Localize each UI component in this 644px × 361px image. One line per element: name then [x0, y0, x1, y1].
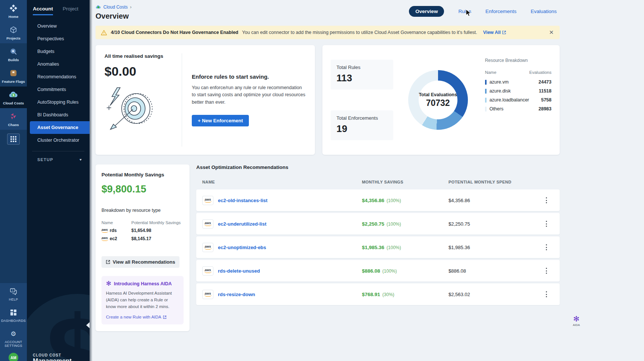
tab-evaluations[interactable]: Evaluations — [531, 9, 557, 14]
sidenav-item-autostopping-rules[interactable]: AutoStopping Rules — [27, 96, 90, 109]
aws-icon: aws — [202, 266, 213, 276]
rail-bottom: ? HELP DASHBOARDS ⚙ ACCOUNT SETTINGS AM — [0, 283, 27, 361]
resource-name: rds — [110, 228, 117, 233]
rail-item-projects[interactable]: Projects — [0, 22, 27, 43]
dashboards-label: DASHBOARDS — [1, 319, 26, 323]
new-enforcement-button[interactable]: + New Enforcement — [192, 115, 249, 126]
tab-account[interactable]: Account — [33, 6, 53, 15]
breakdown-header-row: Name Evaluations — [485, 68, 551, 78]
donut-center-label: Total Evaluations — [419, 92, 457, 97]
aida-title: Introducing Harness AIDA — [114, 281, 172, 286]
row-menu-button[interactable] — [542, 218, 551, 229]
panel-collapse-handle[interactable] — [86, 322, 90, 328]
total-enforcements-tile: Total Enforcements 19 — [331, 110, 393, 140]
tab-enforcements[interactable]: Enforcements — [485, 9, 516, 14]
rail-item-chaos[interactable]: Chaos — [0, 108, 27, 130]
legend-chip — [485, 80, 487, 85]
resource-savings: $8,145.17 — [131, 236, 184, 241]
rule-link[interactable]: rds-delete-unused — [218, 268, 260, 274]
aida-assistant-button[interactable]: ✻ AIDA — [573, 315, 580, 327]
legend-label: azure.loadbalancer — [490, 97, 529, 103]
aida-create-rule-link[interactable]: Create a new Rule with AIDA — [106, 315, 179, 319]
legend-value: 5758 — [529, 97, 551, 103]
row-menu-button[interactable] — [542, 265, 551, 276]
rule-link[interactable]: rds-resize-down — [218, 292, 255, 297]
chevron-down-icon: ▼ — [79, 158, 83, 161]
rule-link[interactable]: ec2-underutilized-list — [218, 221, 266, 227]
monthly-savings-value: $4,356.86 — [362, 198, 384, 203]
banner-body: You can edit connector to add the missin… — [242, 30, 477, 35]
total-rules-label: Total Rules — [337, 65, 387, 70]
harness-home-icon — [1, 3, 26, 13]
potential-spend-value: $886.08 — [448, 268, 542, 274]
col-potential-monthly-spend: POTENTIAL MONTHLY SPEND — [448, 180, 542, 184]
resource-breakdown: Resource Breakdown Name Evaluations azur… — [475, 58, 551, 113]
sidenav-item-asset-governance[interactable]: Asset Governance — [30, 121, 90, 134]
rule-link[interactable]: ec2-unoptimized-ebs — [218, 245, 266, 250]
feature-flags-icon — [1, 68, 26, 78]
rail-item-home[interactable]: Home — [0, 0, 27, 22]
banner-view-all-link[interactable]: View All — [483, 30, 506, 35]
module-picker-button[interactable] — [7, 134, 20, 145]
user-avatar[interactable]: AM — [9, 353, 18, 361]
dashboards-button[interactable]: DASHBOARDS — [0, 304, 27, 326]
external-link-icon — [106, 260, 110, 264]
account-settings-button[interactable]: ⚙ ACCOUNT SETTINGS — [0, 326, 27, 351]
enforce-cta-title: Enforce rules to start saving. — [192, 73, 306, 80]
sidenav-item-anomalies[interactable]: Anomalies — [27, 58, 90, 70]
rail-label: Chaos — [8, 123, 19, 127]
gear-icon: ⚙ — [1, 329, 26, 339]
tab-project[interactable]: Project — [63, 6, 78, 15]
aida-body: Harness AI Development Assistant (AIDA) … — [106, 290, 179, 310]
external-link-icon — [502, 31, 506, 34]
footer-module-name: Management — [33, 357, 72, 361]
tab-overview[interactable]: Overview — [409, 6, 444, 17]
banner-close-icon[interactable]: ✕ — [548, 29, 554, 36]
breadcrumb-cloud-costs[interactable]: Cloud Costs — [103, 4, 128, 10]
sidenav-item-cluster-orchestrator[interactable]: Cluster Orchestrator — [27, 134, 90, 147]
rail-label: Home — [9, 15, 18, 19]
dashboards-icon — [1, 308, 26, 317]
governance-stats-card: Total Rules 113 Total Enforcements 19 To… — [322, 45, 560, 155]
row-menu-button[interactable] — [542, 289, 551, 300]
donut-center-value: 70732 — [426, 98, 450, 108]
help-button[interactable]: ? HELP — [0, 283, 27, 304]
total-rules-value: 113 — [337, 72, 387, 84]
col-monthly-savings: MONTHLY SAVINGS — [362, 180, 448, 184]
rail-item-builds[interactable]: Builds — [0, 43, 27, 65]
dollar-watermark: $ — [27, 294, 90, 361]
potential-table-header: Name Potential Monthly Savings — [101, 219, 184, 226]
monthly-savings-value: $768.91 — [362, 292, 380, 297]
rule-link[interactable]: ec2-old-instances-list — [218, 198, 268, 203]
asset-optimization-section: Asset Optimization Recommendations NAME … — [196, 164, 560, 307]
breakdown-row: azure.loadbalancer 5758 — [485, 95, 551, 104]
aida-flower-icon: ✻ — [573, 315, 579, 323]
sidenav-items: Overview Perspectives Budgets Anomalies … — [27, 20, 90, 147]
sidenav-item-perspectives[interactable]: Perspectives — [27, 32, 90, 45]
potential-table-row: awsrds $1,654.98 — [101, 226, 184, 235]
sidenav-item-commitments[interactable]: Commitments — [27, 83, 90, 96]
legend-value: 28983 — [529, 106, 551, 112]
setup-section-toggle[interactable]: SETUP ▼ — [27, 151, 90, 162]
external-link-icon — [163, 316, 166, 319]
row-menu-button[interactable] — [542, 242, 551, 253]
realised-savings-title: All time realised savings — [104, 53, 178, 59]
breakdown-row: Others 28983 — [485, 104, 551, 113]
rail-item-cloud-costs[interactable]: $ Cloud Costs — [0, 87, 27, 108]
legend-chip — [485, 107, 487, 112]
savings-percent: (100%) — [387, 222, 401, 227]
row-menu-button[interactable] — [542, 195, 551, 206]
grid-icon — [10, 136, 16, 142]
aws-icon: aws — [101, 236, 108, 241]
sidenav-item-recommendations[interactable]: Recommendations — [27, 70, 90, 83]
tab-rules[interactable]: Rules — [458, 9, 471, 14]
legend-label: azure.disk — [490, 88, 511, 94]
sidenav-item-budgets[interactable]: Budgets — [27, 45, 90, 58]
view-all-label: View all Recommendations — [113, 259, 175, 265]
banner-title: 4/10 Cloud Connectors Do Not Have Govern… — [111, 30, 238, 35]
sidenav-item-bi-dashboards[interactable]: BI Dashboards — [27, 109, 90, 121]
sidenav-item-overview[interactable]: Overview — [27, 20, 90, 32]
savings-percent: (30%) — [382, 292, 394, 297]
rail-item-feature-flags[interactable]: Feature Flags — [0, 65, 27, 87]
view-all-recommendations-button[interactable]: View all Recommendations — [101, 256, 179, 268]
